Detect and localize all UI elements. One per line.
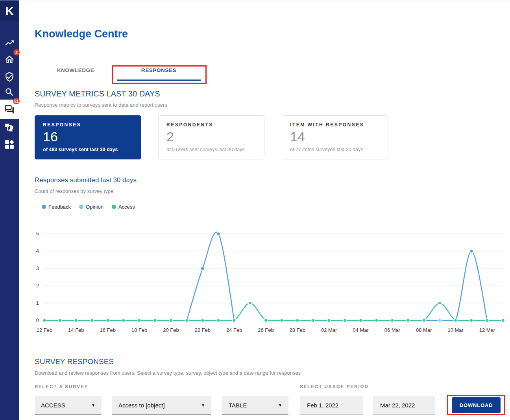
data-point-access [74, 319, 78, 322]
sidebar-item-responses[interactable]: 51 [0, 100, 19, 119]
chevron-down-icon: ▼ [201, 403, 205, 407]
series-line-feedback [187, 232, 235, 320]
data-point-access [296, 319, 299, 322]
sidebar: K 2 51 [0, 0, 19, 420]
sitemap-icon [4, 122, 15, 133]
dashboard-icon [4, 139, 15, 150]
data-point-access [422, 319, 425, 322]
legend-label: Access [118, 204, 135, 210]
home-badge: 2 [13, 49, 20, 56]
object-type-select[interactable]: TABLE ▼ [222, 396, 288, 414]
metrics-section-subtitle: Response metrics to surveys sent to data… [35, 102, 167, 108]
metric-card-responses[interactable]: RESPONSES 16 of 483 surveys sent last 30… [35, 115, 141, 159]
metrics-section-title: SURVEY METRICS LAST 30 DAYS [35, 89, 160, 98]
metric-caption: of 483 surveys sent last 30 days [43, 147, 133, 152]
home-icon [4, 54, 15, 65]
chat-icon [4, 104, 15, 115]
metric-caption: of 5 users sent surveys last 30 days [166, 147, 256, 152]
data-point-access [438, 302, 441, 305]
data-point-access [233, 319, 236, 322]
x-tick-label: 12 Feb [37, 327, 52, 333]
x-tick-label: 16 Feb [100, 327, 115, 333]
search-icon [4, 87, 15, 97]
tab-responses[interactable]: RESPONSES [117, 67, 201, 73]
survey-value: Access to [object] [118, 402, 165, 409]
sidebar-item-hierarchy[interactable] [0, 119, 19, 136]
survey-responses-subtitle: Download and review responses from users… [35, 370, 301, 376]
survey-responses-title: SURVEY RESPONSES [35, 357, 114, 366]
active-tab-indicator [117, 80, 201, 81]
data-point-access [470, 319, 473, 322]
x-tick-label: 06 Mar [384, 327, 401, 333]
metric-caption: of 77 items surveyed last 30 days [290, 147, 380, 152]
data-point-feedback [201, 267, 204, 270]
y-tick-label: 2 [36, 283, 39, 289]
trending-up-icon [4, 38, 15, 48]
x-tick-label: 26 Feb [258, 327, 273, 333]
y-tick-label: 1 [36, 300, 39, 306]
data-point-access [138, 319, 141, 322]
x-tick-label: 24 Feb [226, 327, 242, 333]
data-point-access [153, 319, 157, 322]
metric-value: 2 [166, 130, 256, 144]
legend-item-access[interactable]: Access [112, 204, 135, 210]
page-title: Knowledge Centre [35, 28, 128, 40]
metric-value: 14 [290, 130, 380, 144]
legend-label: Feedback [48, 204, 71, 210]
data-point-opinion [438, 319, 441, 322]
chart-subtitle: Count of responses by survey type [35, 188, 113, 194]
responses-line-chart: 01234512 Feb14 Feb16 Feb18 Feb20 Feb22 F… [0, 225, 510, 339]
metric-label: RESPONSES [43, 122, 133, 128]
survey-select[interactable]: Access to [object] ▼ [112, 396, 211, 414]
y-tick-label: 5 [36, 231, 39, 237]
sidebar-item-dashboard[interactable] [0, 136, 19, 153]
data-point-access [391, 319, 394, 322]
legend-item-opinion[interactable]: Opinion [79, 204, 103, 210]
y-tick-label: 4 [36, 248, 39, 254]
survey-type-select[interactable]: ACCESS ▼ [35, 396, 102, 414]
download-button[interactable]: DOWNLOAD [452, 397, 501, 413]
chart-legend: Feedback Opinion Access [42, 204, 135, 210]
data-point-access [327, 319, 331, 322]
sidebar-item-home[interactable]: 2 [0, 51, 19, 68]
x-tick-label: 14 Feb [68, 327, 84, 333]
chart-title: Responses submitted last 30 days [35, 176, 137, 184]
x-tick-label: 22 Feb [195, 327, 211, 333]
x-tick-label: 08 Mar [416, 327, 432, 333]
metric-card-respondents[interactable]: RESPONDENTS 2 of 5 users sent surveys la… [158, 115, 264, 159]
metric-card-items-with-responses[interactable]: ITEM WITH RESPONSES 14 of 77 items surve… [282, 115, 388, 159]
usage-period-label: SELECT USAGE PERIOD [300, 384, 369, 389]
sidebar-item-tasks[interactable] [0, 68, 19, 85]
x-tick-label: 28 Feb [290, 327, 305, 333]
data-point-access [106, 319, 109, 322]
chevron-down-icon: ▼ [278, 403, 282, 407]
data-point-access [43, 319, 46, 322]
data-point-access [217, 319, 220, 322]
main-content: Knowledge Centre KNOWLEDGE RESPONSES SUR… [19, 0, 510, 420]
chevron-down-icon: ▼ [91, 403, 95, 407]
start-date-field[interactable]: Feb 1, 2022 [300, 396, 363, 414]
chat-badge: 51 [13, 98, 20, 104]
legend-dot-access-icon [112, 205, 116, 209]
data-point-access [248, 302, 251, 305]
start-date-value: Feb 1, 2022 [307, 402, 338, 409]
legend-dot-opinion-icon [79, 205, 83, 209]
legend-label: Opinion [86, 204, 103, 210]
legend-item-feedback[interactable]: Feedback [42, 204, 71, 210]
x-tick-label: 12 Mar [479, 327, 495, 333]
data-point-access [359, 319, 362, 322]
data-point-access [501, 319, 504, 322]
tab-knowledge[interactable]: KNOWLEDGE [41, 67, 110, 73]
metric-label: RESPONDENTS [166, 122, 256, 128]
x-tick-label: 10 Mar [447, 327, 464, 333]
y-tick-label: 3 [36, 265, 39, 271]
x-tick-label: 20 Feb [163, 327, 179, 333]
data-point-access [343, 319, 346, 322]
data-point-access [486, 319, 489, 322]
app-logo[interactable]: K [0, 1, 19, 21]
survey-type-value: ACCESS [41, 402, 65, 409]
x-tick-label: 04 Mar [353, 327, 369, 333]
data-point-access [454, 319, 457, 322]
select-survey-label: SELECT A SURVEY [35, 384, 88, 389]
end-date-field[interactable]: Mar 22, 2022 [373, 396, 435, 414]
